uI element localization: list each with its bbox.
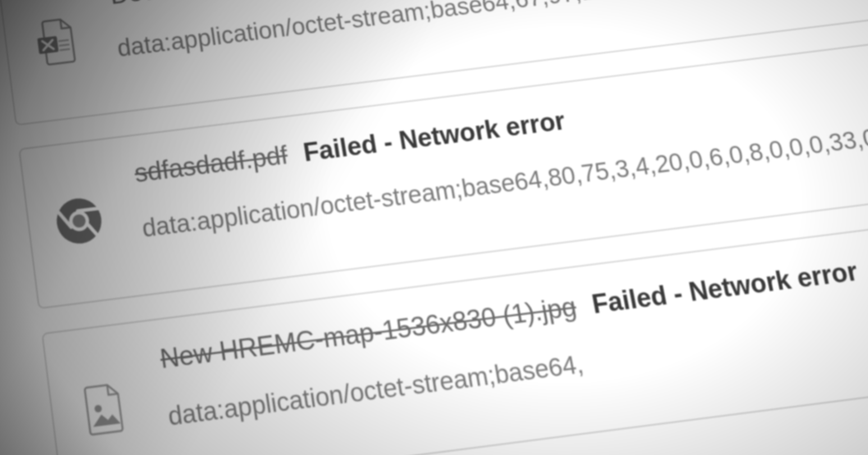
download-status: Failed - Network error (301, 106, 568, 169)
svg-rect-2 (59, 43, 70, 46)
chrome-icon (49, 191, 109, 251)
excel-file-icon (26, 12, 84, 70)
image-file-icon (73, 377, 134, 440)
svg-rect-3 (60, 48, 70, 51)
svg-rect-1 (58, 39, 69, 42)
svg-point-7 (94, 404, 102, 413)
download-status: Failed - Network error (590, 256, 861, 321)
download-filename: sdfasdadf.pdf (133, 140, 290, 189)
downloads-list: Device Inventory (1).csv Failed - Networ… (0, 0, 868, 455)
download-url: data:application/octet-stream;base64,67,… (116, 0, 868, 63)
